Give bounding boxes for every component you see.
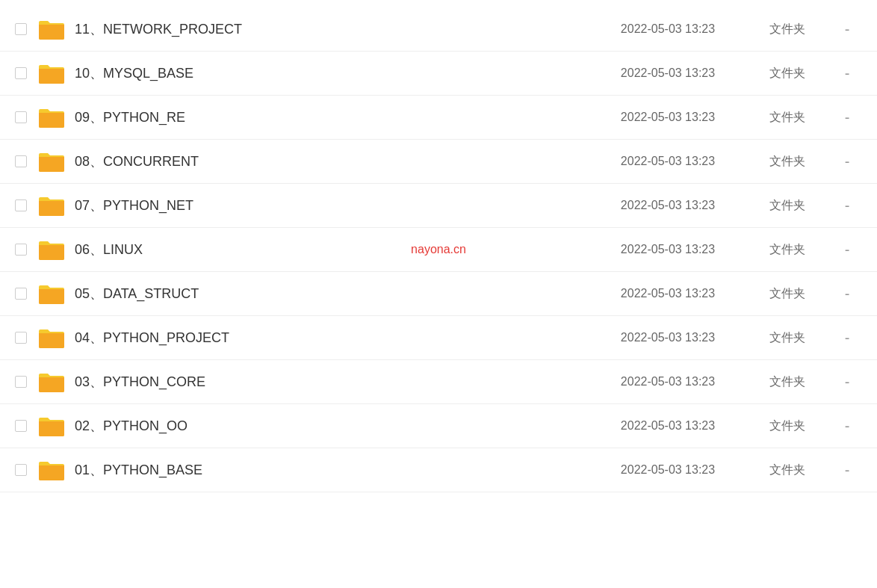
file-type: 文件夹 [743, 374, 832, 390]
file-date: 2022-05-03 13:23 [593, 463, 743, 477]
table-row[interactable]: 01、PYTHON_BASE2022-05-03 13:23文件夹- [0, 448, 877, 492]
row-checkbox[interactable] [15, 288, 27, 300]
file-name[interactable]: 03、PYTHON_CORE [75, 373, 593, 391]
row-checkbox[interactable] [15, 67, 27, 79]
file-name[interactable]: 02、PYTHON_OO [75, 417, 593, 435]
file-action[interactable]: - [832, 418, 862, 435]
table-row[interactable]: 03、PYTHON_CORE2022-05-03 13:23文件夹- [0, 360, 877, 404]
file-name[interactable]: 06、LINUX [75, 241, 593, 259]
row-checkbox[interactable] [15, 464, 27, 476]
file-action[interactable]: - [832, 153, 862, 170]
row-checkbox[interactable] [15, 23, 27, 35]
file-action[interactable]: - [832, 197, 862, 214]
file-name[interactable]: 08、CONCURRENT [75, 152, 593, 170]
table-row[interactable]: 04、PYTHON_PROJECT2022-05-03 13:23文件夹- [0, 316, 877, 360]
table-row[interactable]: 05、DATA_STRUCT2022-05-03 13:23文件夹- [0, 272, 877, 316]
row-checkbox[interactable] [15, 111, 27, 123]
file-date: 2022-05-03 13:23 [593, 243, 743, 256]
file-name[interactable]: 09、PYTHON_RE [75, 108, 593, 126]
file-type: 文件夹 [743, 242, 832, 258]
row-checkbox[interactable] [15, 244, 27, 256]
file-type: 文件夹 [743, 330, 832, 346]
file-action[interactable]: - [832, 109, 862, 126]
table-row[interactable]: 10、MYSQL_BASE2022-05-03 13:23文件夹- [0, 52, 877, 96]
row-checkbox[interactable] [15, 199, 27, 211]
file-type: 文件夹 [743, 198, 832, 214]
row-checkbox[interactable] [15, 332, 27, 344]
folder-icon [37, 415, 66, 437]
folder-icon [37, 238, 66, 261]
table-row[interactable]: 09、PYTHON_RE2022-05-03 13:23文件夹- [0, 96, 877, 140]
file-name[interactable]: 10、MYSQL_BASE [75, 64, 593, 82]
table-row[interactable]: 08、CONCURRENT2022-05-03 13:23文件夹- [0, 140, 877, 184]
row-checkbox[interactable] [15, 376, 27, 388]
file-date: 2022-05-03 13:23 [593, 66, 743, 80]
table-row[interactable]: 11、NETWORK_PROJECT2022-05-03 13:23文件夹- [0, 7, 877, 52]
file-date: 2022-05-03 13:23 [593, 22, 743, 36]
file-type: 文件夹 [743, 286, 832, 302]
file-name[interactable]: 01、PYTHON_BASE [75, 461, 593, 479]
file-date: 2022-05-03 13:23 [593, 375, 743, 389]
file-date: 2022-05-03 13:23 [593, 331, 743, 344]
folder-icon [37, 106, 66, 129]
file-type: 文件夹 [743, 154, 832, 170]
table-row[interactable]: 02、PYTHON_OO2022-05-03 13:23文件夹- [0, 404, 877, 448]
folder-icon [37, 327, 66, 349]
table-row[interactable]: 06、LINUXnayona.cn2022-05-03 13:23文件夹- [0, 228, 877, 272]
folder-icon [37, 194, 66, 217]
file-date: 2022-05-03 13:23 [593, 155, 743, 168]
file-date: 2022-05-03 13:23 [593, 287, 743, 300]
folder-icon [37, 282, 66, 305]
file-type: 文件夹 [743, 22, 832, 37]
file-name[interactable]: 04、PYTHON_PROJECT [75, 329, 593, 347]
table-row[interactable]: 07、PYTHON_NET2022-05-03 13:23文件夹- [0, 184, 877, 228]
file-action[interactable]: - [832, 462, 862, 479]
folder-icon [37, 18, 66, 40]
file-name[interactable]: 05、DATA_STRUCT [75, 285, 593, 303]
file-list: 11、NETWORK_PROJECT2022-05-03 13:23文件夹- 1… [0, 0, 877, 500]
row-checkbox[interactable] [15, 420, 27, 432]
file-date: 2022-05-03 13:23 [593, 199, 743, 212]
file-action[interactable]: - [832, 65, 862, 82]
row-checkbox[interactable] [15, 155, 27, 167]
folder-icon [37, 371, 66, 393]
file-action[interactable]: - [832, 241, 862, 259]
file-action[interactable]: - [832, 285, 862, 303]
file-type: 文件夹 [743, 462, 832, 478]
file-date: 2022-05-03 13:23 [593, 419, 743, 433]
file-date: 2022-05-03 13:23 [593, 111, 743, 124]
file-action[interactable]: - [832, 21, 862, 38]
file-name[interactable]: 11、NETWORK_PROJECT [75, 20, 593, 38]
file-name[interactable]: 07、PYTHON_NET [75, 196, 593, 214]
file-type: 文件夹 [743, 66, 832, 81]
folder-icon [37, 459, 66, 481]
file-type: 文件夹 [743, 110, 832, 126]
folder-icon [37, 150, 66, 173]
file-action[interactable]: - [832, 329, 862, 347]
file-action[interactable]: - [832, 374, 862, 391]
file-type: 文件夹 [743, 418, 832, 434]
folder-icon [37, 62, 66, 84]
